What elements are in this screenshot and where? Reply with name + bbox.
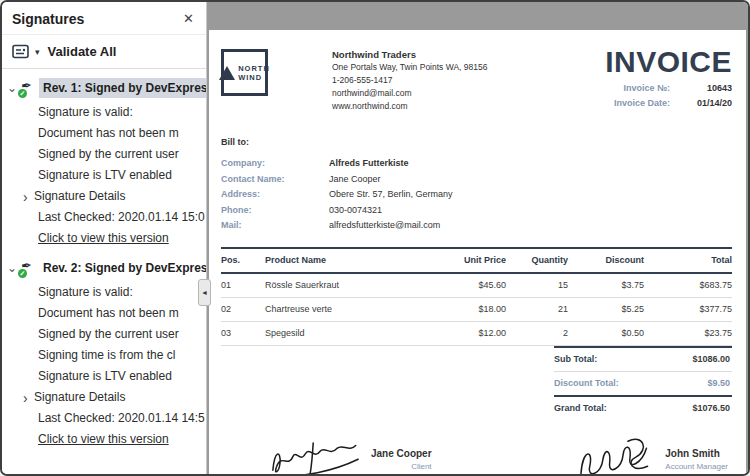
sub-total-value: $1086.00 xyxy=(692,354,730,364)
northwind-logo: NORTH WIND xyxy=(221,49,268,96)
revision-1-header[interactable]: ⌄ ✒ ✓ Rev. 1: Signed by DevExpress xyxy=(2,78,206,98)
validate-all-button[interactable]: ▾ Validate All xyxy=(2,35,206,69)
check-badge-icon: ✓ xyxy=(18,269,27,278)
bill-to-row: Company: Alfreds Futterkiste xyxy=(221,156,732,172)
revision-2-header[interactable]: ⌄ ✒ ✓ Rev. 2: Signed by DevExpress xyxy=(2,258,206,278)
client-signature-meta: Jane Cooper Client xyxy=(371,448,432,471)
last-checked-text: Last Checked: 2020.01.14 14:5 xyxy=(2,408,206,429)
status-line: Signature is valid: xyxy=(2,282,206,303)
bill-to-section: Bill to: Company: Alfreds Futterkiste Co… xyxy=(221,137,732,234)
bill-to-value: 030-0074321 xyxy=(329,203,382,219)
view-version-link[interactable]: Click to view this version xyxy=(38,429,206,450)
invoice-title-block: INVOICE Invoice №:10643 Invoice Date:01/… xyxy=(605,46,732,108)
invoice-date-value: 01/14/20 xyxy=(686,98,732,108)
cell-product: Chartreuse verte xyxy=(265,298,422,321)
bill-to-label: Mail: xyxy=(221,218,329,234)
view-version-link[interactable]: Click to view this version xyxy=(38,228,206,249)
company-email: northwind@mail.com xyxy=(332,87,487,100)
status-line: Signature is LTV enabled xyxy=(2,366,206,387)
bill-to-row: Address: Obere Str. 57, Berlin, Germany xyxy=(221,187,732,203)
collapse-panel-button[interactable]: ◄ xyxy=(198,279,211,306)
signature-details-label: Signature Details xyxy=(34,387,125,408)
table-header-row: Pos. Product Name Unit Price Quantity Di… xyxy=(221,247,732,274)
sub-total-row: Sub Total: $1086.00 xyxy=(554,346,732,372)
bill-to-row: Mail: alfredsfutterkiste@mail.com xyxy=(221,218,732,234)
col-header-pos: Pos. xyxy=(221,249,265,272)
cell-quantity: 15 xyxy=(506,274,568,297)
cell-pos: 01 xyxy=(221,274,265,297)
company-website: www.northwind.com xyxy=(332,100,487,113)
col-header-total: Total xyxy=(644,249,732,272)
client-role: Client xyxy=(371,462,432,471)
bill-to-value: Alfreds Futterkiste xyxy=(329,156,409,172)
client-signature-block: Jane Cooper Client xyxy=(265,436,432,475)
revision-1-title[interactable]: Rev. 1: Signed by DevExpress xyxy=(39,78,206,98)
company-phone: 1-206-555-1417 xyxy=(332,74,487,87)
cell-total: $377.75 xyxy=(644,298,732,321)
invoice-title: INVOICE xyxy=(605,46,732,78)
logo-text: NORTH WIND xyxy=(238,64,270,82)
sub-total-label: Sub Total: xyxy=(554,354,597,364)
signatures-panel-header: Signatures ✕ xyxy=(2,2,206,35)
cell-pos: 02 xyxy=(221,298,265,321)
signatures-row: Jane Cooper Client John Smith Account Ma… xyxy=(221,436,732,475)
invoice-number-value: 10643 xyxy=(686,83,732,93)
bill-to-row: Phone: 030-0074321 xyxy=(221,203,732,219)
signature-details-toggle[interactable]: › Signature Details xyxy=(2,387,206,408)
caret-down-icon: ▾ xyxy=(35,47,40,57)
table-row: 02 Chartreuse verte $18.00 21 $5.25 $377… xyxy=(221,298,732,322)
invoice-header: NORTH WIND Northwind Traders One Portals… xyxy=(221,46,732,113)
revision-2-details: Signature is valid: Document has not bee… xyxy=(2,282,206,450)
bill-to-label: Address: xyxy=(221,187,329,203)
cell-total: $23.75 xyxy=(644,322,732,345)
bill-to-label: Company: xyxy=(221,156,329,172)
invoice-date-row: Invoice Date:01/14/20 xyxy=(605,98,732,108)
close-icon[interactable]: ✕ xyxy=(181,12,196,26)
john-smith-signature-image xyxy=(573,436,655,475)
col-header-product: Product Name xyxy=(265,249,422,272)
col-header-unit-price: Unit Price xyxy=(422,249,506,272)
invoice-number-row: Invoice №:10643 xyxy=(605,83,732,93)
cell-discount: $5.25 xyxy=(568,298,644,321)
collapse-left-icon: ◄ xyxy=(201,289,208,296)
jane-cooper-signature-image xyxy=(265,438,361,475)
revision-2-title[interactable]: Rev. 2: Signed by DevExpress xyxy=(39,258,206,278)
panel-title: Signatures xyxy=(12,11,84,27)
revision-1-block: ⌄ ✒ ✓ Rev. 1: Signed by DevExpress Signa… xyxy=(2,78,206,249)
logo-triangle-icon xyxy=(219,66,235,80)
manager-signature-meta: John Smith Account Manager xyxy=(665,448,728,471)
cell-discount: $0.50 xyxy=(568,322,644,345)
table-row: 01 Rössle Sauerkraut $45.60 15 $3.75 $68… xyxy=(221,274,732,298)
invoice-number-label: Invoice №: xyxy=(623,83,670,93)
signature-details-toggle[interactable]: › Signature Details xyxy=(2,186,206,207)
discount-total-value: $9.50 xyxy=(707,378,730,388)
document-viewer[interactable]: ◄ NORTH WIND Northwind Traders One Porta… xyxy=(207,2,748,474)
cell-quantity: 2 xyxy=(506,322,568,345)
cell-product: Spegesild xyxy=(265,322,422,345)
status-line: Signed by the current user xyxy=(2,324,206,345)
check-badge-icon: ✓ xyxy=(18,89,27,98)
revision-2-block: ⌄ ✒ ✓ Rev. 2: Signed by DevExpress Signa… xyxy=(2,258,206,450)
company-name: Northwind Traders xyxy=(332,48,487,61)
last-checked-text: Last Checked: 2020.01.14 15:0 xyxy=(2,207,206,228)
status-line: Signing time is from the cl xyxy=(2,345,206,366)
bill-to-value: Jane Cooper xyxy=(329,172,381,188)
col-header-discount: Discount xyxy=(568,249,644,272)
signature-valid-icon: ✒ ✓ xyxy=(20,80,37,96)
discount-total-label: Discount Total: xyxy=(554,378,619,388)
status-line: Signature is valid: xyxy=(2,102,206,123)
status-line: Document has not been m xyxy=(2,303,206,324)
discount-total-row: Discount Total: $9.50 xyxy=(554,372,732,397)
bill-to-label: Phone: xyxy=(221,203,329,219)
table-row: 03 Spegesild $12.00 2 $0.50 $23.75 xyxy=(221,322,732,346)
cell-unit-price: $45.60 xyxy=(422,274,506,297)
manager-signature-block: John Smith Account Manager xyxy=(573,436,728,475)
status-line: Document has not been m xyxy=(2,123,206,144)
cell-product: Rössle Sauerkraut xyxy=(265,274,422,297)
grand-total-row: Grand Total: $1076.50 xyxy=(554,397,732,420)
chevron-right-icon: › xyxy=(23,389,34,407)
signature-details-label: Signature Details xyxy=(34,186,125,207)
col-header-quantity: Quantity xyxy=(506,249,568,272)
cell-quantity: 21 xyxy=(506,298,568,321)
revision-1-details: Signature is valid: Document has not bee… xyxy=(2,102,206,249)
